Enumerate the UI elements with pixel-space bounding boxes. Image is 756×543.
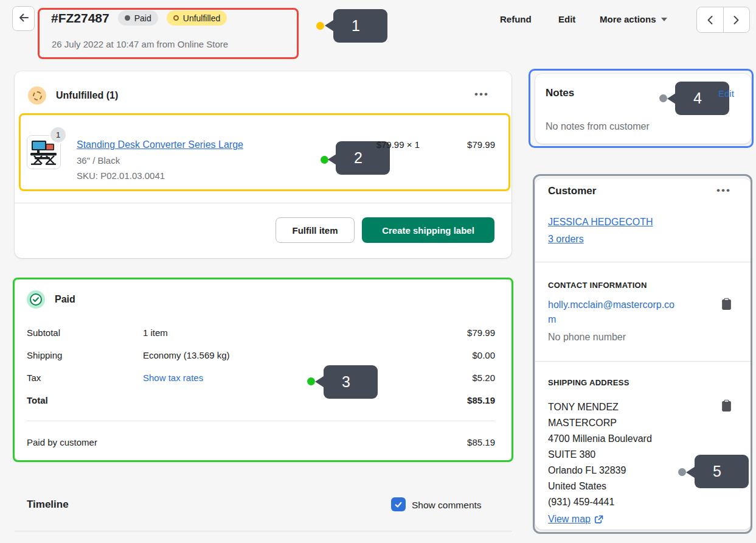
product-variant: 36" / Black <box>77 155 120 166</box>
payment-row-total-label: Total <box>27 395 48 405</box>
more-actions-label: More actions <box>600 14 656 24</box>
notes-card: Notes Edit No notes from customer <box>535 74 751 144</box>
address-company: MASTERCORP <box>548 415 652 431</box>
payment-card-title: Paid <box>55 294 75 305</box>
unfulfilled-badge-label: Unfulfilled <box>183 13 220 23</box>
address-phone: (931) 459-4441 <box>548 494 652 510</box>
chevron-down-icon <box>661 18 667 21</box>
callout-1: 1 <box>333 9 387 43</box>
product-sku: SKU: P02.01.03.0041 <box>77 170 165 181</box>
show-tax-rates-link[interactable]: Show tax rates <box>143 373 203 383</box>
customer-email-link[interactable]: holly.mcclain@mastercorp.co m <box>548 298 675 327</box>
customer-divider-2 <box>535 361 751 362</box>
unfulfilled-status-badge: Unfulfilled <box>167 10 227 26</box>
timeline-title: Timeline <box>27 499 69 511</box>
order-date: 26 July 2022 at 10:47 am from Online Sto… <box>52 39 228 49</box>
fulfillment-card-title: Unfulfilled (1) <box>56 90 118 101</box>
item-price-quantity: $79.99 × 1 <box>341 139 420 150</box>
unfulfilled-dashed-circle-icon <box>28 86 46 105</box>
order-detail-page: #FZ27487 Paid Unfulfilled 26 July 2022 a… <box>0 0 756 543</box>
fulfill-item-button[interactable]: Fulfill item <box>276 217 355 243</box>
paid-by-customer-label: Paid by customer <box>27 437 97 447</box>
notes-edit-link[interactable]: Edit <box>718 88 734 99</box>
paid-check-icon <box>27 290 45 309</box>
back-arrow-icon <box>18 12 30 26</box>
payment-row-shipping-label: Shipping <box>27 350 62 360</box>
next-order-button[interactable] <box>724 7 750 32</box>
payment-row-subtotal-detail: 1 item <box>143 328 168 338</box>
no-phone-text: No phone number <box>548 332 626 343</box>
address-street: 4700 Millenia Boulevard <box>548 431 652 447</box>
fulfillment-divider <box>15 203 512 203</box>
address-suite: SUITE 380 <box>548 447 652 463</box>
order-pager <box>696 7 750 33</box>
customer-title: Customer <box>548 185 596 197</box>
customer-more-options-button[interactable]: ••• <box>713 184 735 197</box>
customer-name-link[interactable]: JESSICA HEDGECOTH <box>548 217 653 228</box>
payment-row-shipping-detail: Economy (13.569 kg) <box>143 350 230 360</box>
address-city: Orlando FL 32839 <box>548 463 652 478</box>
paid-by-customer-amount: $85.19 <box>434 437 495 447</box>
payment-row-tax-label: Tax <box>27 373 41 383</box>
show-comments-label: Show comments <box>412 500 482 511</box>
edit-button[interactable]: Edit <box>558 14 575 24</box>
product-link[interactable]: Standing Desk Converter Series Large <box>77 139 243 150</box>
back-button[interactable] <box>12 6 35 31</box>
paid-dot-icon <box>125 15 130 21</box>
fulfillment-more-options-button[interactable]: ••• <box>471 88 493 101</box>
payment-row-subtotal-label: Subtotal <box>27 328 60 338</box>
refund-button[interactable]: Refund <box>500 14 532 24</box>
timeline-divider <box>15 531 512 531</box>
quantity-badge: 1 <box>50 127 66 142</box>
shipping-address-heading: SHIPPING ADDRESS <box>548 378 629 387</box>
email-line-2: m <box>548 312 675 327</box>
copy-address-icon[interactable] <box>721 399 732 414</box>
more-actions-button[interactable]: More actions <box>600 14 667 24</box>
order-title-row: #FZ27487 Paid Unfulfilled <box>51 10 227 26</box>
item-line-total: $79.99 <box>453 139 495 150</box>
callout-1-dot <box>316 22 324 30</box>
chevron-right-icon <box>733 15 740 25</box>
payment-row-tax-amount: $5.20 <box>434 373 495 383</box>
shipping-address-block: TONY MENDEZ MASTERCORP 4700 Millenia Bou… <box>548 399 652 510</box>
notes-empty-text: No notes from customer <box>546 121 650 132</box>
view-map-label: View map <box>548 514 591 525</box>
payment-card: Paid Subtotal 1 item $79.99 Shipping Eco… <box>15 279 512 461</box>
customer-card: Customer ••• JESSICA HEDGECOTH 3 orders … <box>535 178 751 530</box>
copy-email-icon[interactable] <box>721 298 732 312</box>
customer-divider-1 <box>535 262 751 262</box>
view-map-link[interactable]: View map <box>548 514 603 525</box>
chevron-left-icon <box>707 15 713 25</box>
payment-row-shipping-amount: $0.00 <box>434 350 495 360</box>
address-country: United States <box>548 478 652 494</box>
create-shipping-label-button[interactable]: Create shipping label <box>362 217 494 243</box>
paid-badge-label: Paid <box>134 13 151 23</box>
external-link-icon <box>594 515 603 524</box>
address-name: TONY MENDEZ <box>548 399 652 415</box>
payment-row-total-amount: $85.19 <box>434 395 495 405</box>
callout-1-arrow <box>325 20 333 31</box>
customer-orders-link[interactable]: 3 orders <box>548 234 584 245</box>
show-comments-checkbox[interactable] <box>391 497 406 511</box>
page-title: #FZ27487 <box>51 11 109 26</box>
previous-order-button[interactable] <box>697 7 724 32</box>
notes-title: Notes <box>546 87 574 99</box>
payment-divider <box>27 421 495 421</box>
check-icon <box>394 500 403 509</box>
email-line-1: holly.mcclain@mastercorp.co <box>548 298 675 312</box>
payment-row-subtotal-amount: $79.99 <box>434 328 495 338</box>
unfulfilled-ring-icon <box>173 15 179 21</box>
contact-information-heading: CONTACT INFORMATION <box>548 281 647 290</box>
paid-status-badge: Paid <box>118 10 158 26</box>
